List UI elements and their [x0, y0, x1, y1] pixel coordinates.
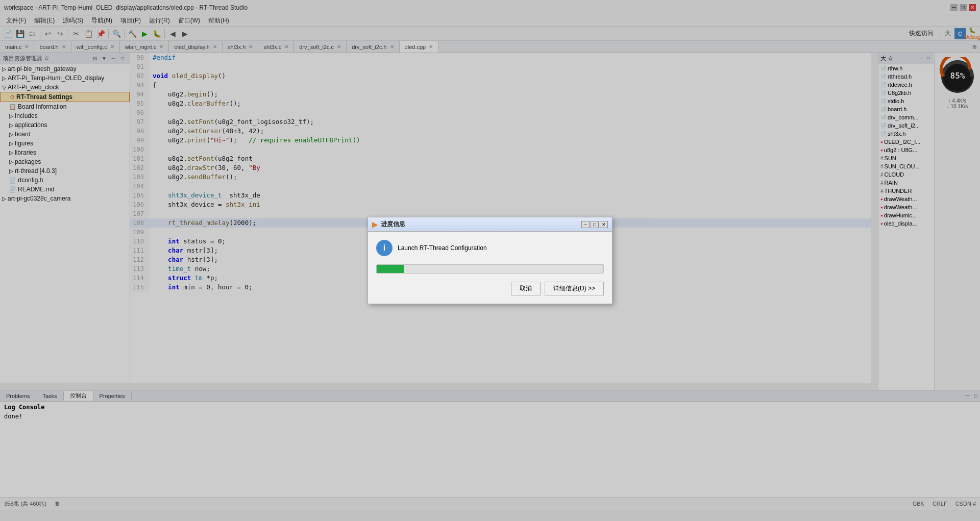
progress-bar-fill	[377, 265, 404, 273]
progress-dialog: ▶ 进度信息 ─ □ ✕ i Launch RT-Thread Configur…	[368, 217, 612, 304]
dialog-message: Launch RT-Thread Configuration	[398, 244, 487, 252]
dialog-buttons: 取消 详细信息(D) >>	[376, 282, 604, 295]
dialog-body: i Launch RT-Thread Configuration 取消 详细信息…	[368, 232, 612, 304]
dialog-title: ▶ 进度信息	[372, 220, 405, 229]
detail-button[interactable]: 详细信息(D) >>	[545, 282, 604, 295]
cancel-button[interactable]: 取消	[511, 282, 541, 295]
dialog-info-row: i Launch RT-Thread Configuration	[376, 240, 604, 256]
dialog-info-icon: i	[376, 240, 393, 256]
progress-bar-container	[376, 264, 604, 274]
dialog-maximize-button[interactable]: □	[591, 221, 599, 228]
dialog-minimize-button[interactable]: ─	[581, 221, 590, 228]
dialog-overlay: ▶ 进度信息 ─ □ ✕ i Launch RT-Thread Configur…	[0, 0, 980, 521]
dialog-titlebar: ▶ 进度信息 ─ □ ✕	[368, 217, 612, 232]
dialog-close-button[interactable]: ✕	[600, 221, 608, 228]
dialog-window-controls: ─ □ ✕	[581, 221, 608, 228]
dialog-rt-icon: ▶	[372, 220, 378, 229]
